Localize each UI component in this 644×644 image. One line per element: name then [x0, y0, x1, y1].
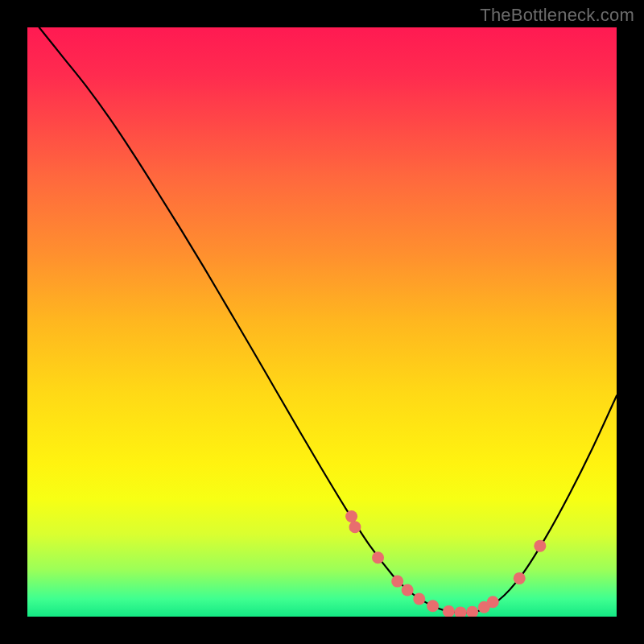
- highlight-dot: [413, 593, 425, 605]
- highlight-dots: [345, 510, 546, 617]
- highlight-dot: [455, 606, 467, 617]
- highlight-dot: [443, 605, 455, 617]
- bottleneck-curve: [39, 27, 617, 613]
- highlight-dot: [534, 540, 546, 552]
- highlight-dot: [466, 606, 478, 617]
- highlight-dot: [391, 576, 403, 588]
- chart-frame: TheBottleneck.com: [0, 0, 644, 644]
- highlight-dot: [427, 600, 439, 612]
- highlight-dot: [402, 584, 414, 597]
- plot-area: [27, 27, 617, 617]
- highlight-dot: [345, 510, 357, 522]
- watermark-text: TheBottleneck.com: [480, 5, 634, 26]
- highlight-dot: [514, 572, 526, 584]
- highlight-dot: [349, 521, 361, 533]
- highlight-dot: [487, 596, 499, 608]
- curve-layer: [27, 27, 617, 617]
- highlight-dot: [372, 551, 384, 564]
